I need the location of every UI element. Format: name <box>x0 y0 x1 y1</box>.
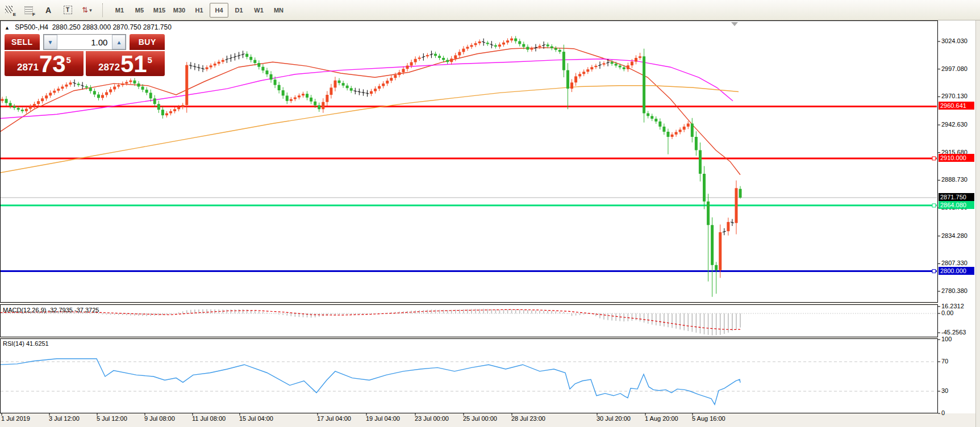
candle-body <box>314 102 316 106</box>
candle-body <box>117 85 120 87</box>
candle-body <box>97 94 100 98</box>
candle-body <box>650 116 653 119</box>
buy-price-display[interactable]: 2872 51 5 <box>86 51 165 76</box>
candle-body <box>346 86 349 89</box>
candle-body <box>454 55 457 58</box>
candle-body <box>627 65 629 69</box>
doji-tick <box>357 91 361 92</box>
candle-body <box>594 66 597 67</box>
candle-body <box>466 47 469 48</box>
candle-body <box>434 54 437 56</box>
candle-body <box>113 87 116 90</box>
timeframe-m1[interactable]: M1 <box>110 3 129 18</box>
sell-button[interactable]: SELL <box>5 34 40 50</box>
candle-body <box>17 108 20 110</box>
candle-body <box>25 109 28 111</box>
candle-body <box>458 52 461 55</box>
candle-body <box>518 41 521 44</box>
time-axis-label: 28 Jul 23:00 <box>511 415 545 422</box>
candle-body <box>611 62 614 64</box>
price-axis-tick: 2970.130 <box>941 93 968 99</box>
time-axis-label: 17 Jul 04:00 <box>317 415 351 422</box>
text-tool-button[interactable]: A <box>39 2 57 18</box>
price-level-chip: 2864.080 <box>939 201 974 209</box>
candle-body <box>562 52 565 70</box>
candle-body <box>514 39 517 41</box>
buy-button[interactable]: BUY <box>130 34 165 50</box>
timeframe-w1[interactable]: W1 <box>249 3 268 18</box>
candle-body <box>378 86 381 89</box>
candle-body <box>33 104 36 106</box>
candle-body <box>675 132 678 135</box>
sell-price-handle: 2871 <box>17 62 39 73</box>
ohlc-values: 2880.250 2883.000 2870.750 2871.750 <box>52 23 172 31</box>
volume-decrease-button[interactable]: ▼ <box>44 35 57 49</box>
timeframe-m30[interactable]: M30 <box>170 3 189 18</box>
candle-body <box>390 78 393 81</box>
candle-body <box>1 99 4 101</box>
candle-body <box>486 43 489 44</box>
timeframe-mn[interactable]: MN <box>269 3 288 18</box>
candle-body <box>270 74 273 79</box>
time-axis-label: 30 Jul 20:00 <box>597 415 631 422</box>
chart-shift-marker[interactable] <box>731 22 738 26</box>
time-axis-label: 15 Jul 04:00 <box>239 415 273 422</box>
timeframe-h4[interactable]: H4 <box>210 3 228 18</box>
current-price-chip: 2871.750 <box>939 193 974 201</box>
candle-body <box>715 265 718 270</box>
cycle-arrows-button[interactable]: ⇅ ▾ <box>78 2 96 18</box>
candle-body <box>462 49 465 52</box>
sell-price-pips: 73 <box>39 53 66 75</box>
candle-body <box>165 113 168 115</box>
time-axis-label: 3 Jul 12:00 <box>49 415 80 422</box>
volume-increase-button[interactable]: ▲ <box>112 35 126 49</box>
candle-body <box>9 103 12 106</box>
timeframe-m15[interactable]: M15 <box>150 3 169 18</box>
candle-body <box>137 83 140 86</box>
candle-body <box>691 124 694 137</box>
candle-body <box>386 81 389 83</box>
candle-body <box>157 104 160 110</box>
candle-body <box>77 83 80 85</box>
volume-stepper: ▼ 1.00 ▲ <box>43 34 127 50</box>
candle-body <box>438 56 441 58</box>
candle-body <box>29 106 32 108</box>
vertical-scrollbar[interactable] <box>975 20 980 427</box>
candle-body <box>547 44 549 46</box>
candle-body <box>105 92 108 95</box>
candle-body <box>173 109 176 111</box>
objects-list-button[interactable]: E <box>1 2 19 18</box>
rsi-label: RSI(14) 41.6251 <box>3 340 49 347</box>
time-axis-label: 9 Jul 08:00 <box>144 415 175 422</box>
candle-body <box>298 95 301 97</box>
rsi-axis-tick: 30 <box>941 387 948 394</box>
candle-body <box>658 122 661 127</box>
fibonacci-tool-button[interactable]: F <box>20 2 38 18</box>
mt4-window: { "toolbar": { "tools": [ {"name": "obje… <box>0 0 980 427</box>
time-axis-label: 19 Jul 04:00 <box>366 415 400 422</box>
doji-tick <box>353 91 357 91</box>
macd-axis-tick: -45.2563 <box>941 329 966 336</box>
sell-price-display[interactable]: 2871 73 5 <box>5 51 84 76</box>
price-axis-tick: 2780.380 <box>941 287 968 294</box>
text-tool-icon: A <box>45 6 51 15</box>
candle-body <box>582 72 585 74</box>
candle-body <box>302 94 305 95</box>
candle-body <box>65 85 68 87</box>
candle-body <box>551 47 553 48</box>
volume-input[interactable]: 1.00 <box>57 35 112 49</box>
candle-body <box>181 105 184 107</box>
candle-body <box>450 58 453 62</box>
text-label-tool-button[interactable]: T <box>59 2 77 18</box>
timeframe-d1[interactable]: D1 <box>230 3 248 18</box>
candle-body <box>558 50 561 52</box>
timeframe-h1[interactable]: H1 <box>190 3 208 18</box>
candle-body <box>426 55 429 56</box>
candle-body <box>161 110 164 115</box>
collapse-triangle-icon[interactable]: ▲ <box>5 25 10 31</box>
cycle-arrows-icon: ⇅ <box>82 6 88 14</box>
candle-body <box>342 83 345 86</box>
time-axis-label: 25 Jul 00:00 <box>463 415 497 422</box>
sell-price-fraction: 5 <box>66 55 71 65</box>
timeframe-m5[interactable]: M5 <box>130 3 149 18</box>
